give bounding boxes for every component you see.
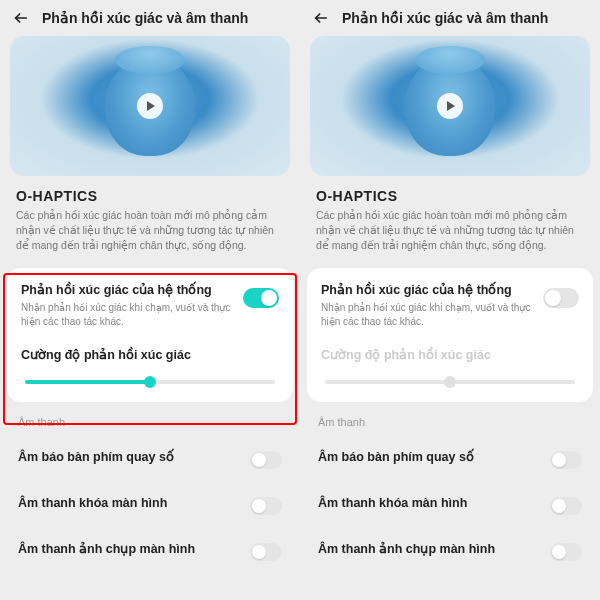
dialpad-sound-toggle[interactable]	[250, 451, 282, 469]
screenshot-sound-row: Âm thanh ảnh chụp màn hình	[0, 526, 300, 572]
intensity-section: Cường độ phản hồi xúc giác	[21, 347, 279, 384]
haptics-card: Phản hồi xúc giác của hệ thống Nhận phản…	[307, 268, 593, 402]
page-title: Phản hồi xúc giác và âm thanh	[42, 10, 248, 26]
screenshot-sound-toggle[interactable]	[250, 543, 282, 561]
screenshot-sound-row: Âm thanh ảnh chụp màn hình	[300, 526, 600, 572]
dialpad-sound-row: Âm báo bàn phím quay số	[300, 434, 600, 480]
intensity-label: Cường độ phản hồi xúc giác	[321, 347, 579, 362]
intensity-slider[interactable]	[25, 380, 275, 384]
ohaptics-desc: Các phản hồi xúc giác hoàn toàn mới mô p…	[16, 208, 284, 254]
ohaptics-title: O-HAPTICS	[16, 188, 284, 204]
back-icon[interactable]	[12, 9, 30, 27]
lockscreen-sound-row: Âm thanh khóa màn hình	[0, 480, 300, 526]
intensity-label: Cường độ phản hồi xúc giác	[21, 347, 279, 362]
ohaptics-info: O-HAPTICS Các phản hồi xúc giác hoàn toà…	[300, 176, 600, 268]
header: Phản hồi xúc giác và âm thanh	[300, 0, 600, 36]
dialpad-sound-label: Âm báo bàn phím quay số	[318, 449, 474, 464]
system-haptics-row: Phản hồi xúc giác của hệ thống Nhận phản…	[321, 282, 579, 329]
dialpad-sound-label: Âm báo bàn phím quay số	[18, 449, 174, 464]
lockscreen-sound-toggle[interactable]	[250, 497, 282, 515]
system-haptics-toggle[interactable]	[243, 288, 279, 308]
header: Phản hồi xúc giác và âm thanh	[0, 0, 300, 36]
system-haptics-toggle[interactable]	[543, 288, 579, 308]
system-haptics-title: Phản hồi xúc giác của hệ thống	[321, 282, 533, 297]
sound-section-label: Âm thanh	[300, 402, 600, 434]
preview-video[interactable]	[310, 36, 590, 176]
back-icon[interactable]	[312, 9, 330, 27]
settings-screen-left: Phản hồi xúc giác và âm thanh O-HAPTICS …	[0, 0, 300, 600]
page-title: Phản hồi xúc giác và âm thanh	[342, 10, 548, 26]
system-haptics-row: Phản hồi xúc giác của hệ thống Nhận phản…	[21, 282, 279, 329]
lockscreen-sound-label: Âm thanh khóa màn hình	[318, 496, 467, 510]
haptics-card: Phản hồi xúc giác của hệ thống Nhận phản…	[7, 268, 293, 402]
ohaptics-desc: Các phản hồi xúc giác hoàn toàn mới mô p…	[316, 208, 584, 254]
intensity-section: Cường độ phản hồi xúc giác	[321, 347, 579, 384]
preview-video[interactable]	[10, 36, 290, 176]
dialpad-sound-row: Âm báo bàn phím quay số	[0, 434, 300, 480]
screenshot-sound-label: Âm thanh ảnh chụp màn hình	[318, 541, 495, 556]
system-haptics-desc: Nhận phản hồi xúc giác khi chạm, vuốt và…	[321, 301, 533, 329]
ohaptics-title: O-HAPTICS	[316, 188, 584, 204]
settings-screen-right: Phản hồi xúc giác và âm thanh O-HAPTICS …	[300, 0, 600, 600]
lockscreen-sound-toggle[interactable]	[550, 497, 582, 515]
screenshot-sound-label: Âm thanh ảnh chụp màn hình	[18, 541, 195, 556]
play-icon[interactable]	[137, 93, 163, 119]
screenshot-sound-toggle[interactable]	[550, 543, 582, 561]
lockscreen-sound-label: Âm thanh khóa màn hình	[18, 496, 167, 510]
intensity-slider	[325, 380, 575, 384]
ohaptics-info: O-HAPTICS Các phản hồi xúc giác hoàn toà…	[0, 176, 300, 268]
system-haptics-desc: Nhận phản hồi xúc giác khi chạm, vuốt và…	[21, 301, 233, 329]
lockscreen-sound-row: Âm thanh khóa màn hình	[300, 480, 600, 526]
system-haptics-title: Phản hồi xúc giác của hệ thống	[21, 282, 233, 297]
sound-section-label: Âm thanh	[0, 402, 300, 434]
play-icon[interactable]	[437, 93, 463, 119]
dialpad-sound-toggle[interactable]	[550, 451, 582, 469]
